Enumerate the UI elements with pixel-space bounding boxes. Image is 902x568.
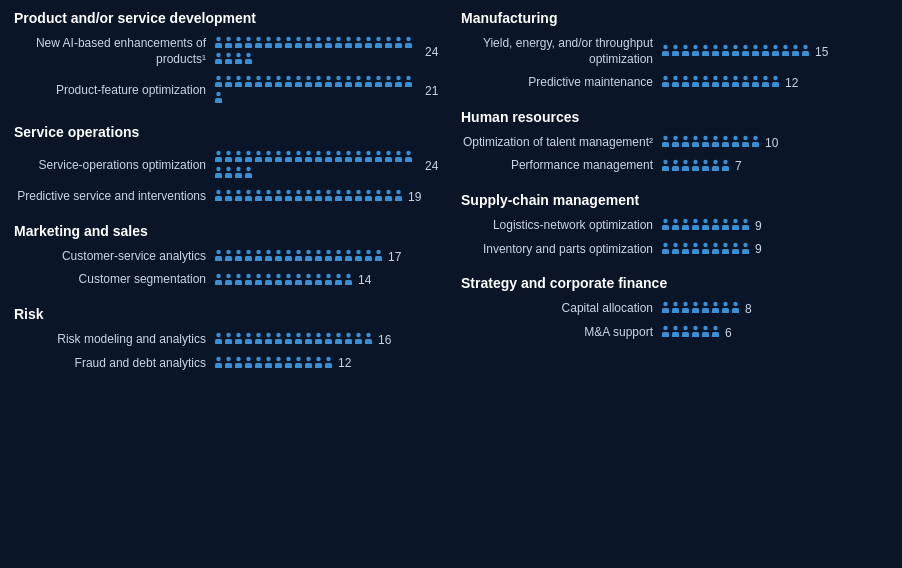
- svg-point-366: [753, 136, 757, 140]
- svg-rect-73: [335, 82, 342, 87]
- svg-rect-233: [325, 280, 332, 285]
- svg-rect-221: [265, 280, 272, 285]
- svg-rect-175: [395, 196, 402, 201]
- svg-point-310: [743, 45, 747, 49]
- svg-rect-209: [375, 256, 382, 261]
- person-icon: [314, 189, 323, 204]
- person-icon: [254, 249, 263, 264]
- bar-value: 14: [358, 273, 374, 287]
- svg-rect-199: [325, 256, 332, 261]
- svg-rect-403: [672, 249, 679, 254]
- section-service-operations: Service operationsService-operations opt…: [14, 124, 441, 205]
- svg-point-230: [316, 273, 320, 277]
- svg-point-378: [713, 159, 717, 163]
- svg-point-2: [226, 37, 230, 41]
- svg-point-330: [693, 76, 697, 80]
- person-icon: [731, 75, 740, 90]
- svg-rect-49: [215, 82, 222, 87]
- svg-point-24: [336, 37, 340, 41]
- person-icon: [701, 242, 710, 257]
- person-icon: [334, 332, 343, 347]
- person-icon: [264, 332, 273, 347]
- svg-point-6: [246, 37, 250, 41]
- svg-point-166: [356, 190, 360, 194]
- svg-point-26: [346, 37, 350, 41]
- svg-point-410: [713, 243, 717, 247]
- svg-point-22: [326, 37, 330, 41]
- svg-rect-389: [692, 225, 699, 230]
- person-icon: [284, 150, 293, 165]
- svg-point-156: [306, 190, 310, 194]
- svg-rect-359: [712, 142, 719, 147]
- svg-rect-297: [672, 51, 679, 56]
- main-grid: Product and/or service developmentNew AI…: [14, 10, 888, 389]
- icons-container: [661, 301, 740, 316]
- svg-rect-55: [245, 82, 252, 87]
- svg-rect-133: [225, 173, 232, 178]
- svg-rect-295: [662, 51, 669, 56]
- svg-point-84: [396, 76, 400, 80]
- person-icon: [294, 356, 303, 371]
- bar-value: 6: [725, 326, 741, 340]
- svg-rect-421: [672, 308, 679, 313]
- svg-point-102: [276, 151, 280, 155]
- svg-rect-97: [245, 157, 252, 162]
- person-icon: [691, 242, 700, 257]
- svg-rect-323: [802, 51, 809, 56]
- svg-point-152: [286, 190, 290, 194]
- svg-rect-127: [395, 157, 402, 162]
- svg-rect-11: [265, 43, 272, 48]
- svg-point-246: [256, 333, 260, 337]
- person-icon: [701, 75, 710, 90]
- svg-rect-333: [702, 82, 709, 87]
- person-icon: [304, 189, 313, 204]
- person-icon: [751, 75, 760, 90]
- svg-point-62: [286, 76, 290, 80]
- svg-rect-367: [752, 142, 759, 147]
- svg-rect-361: [722, 142, 729, 147]
- person-icon: [244, 249, 253, 264]
- svg-rect-75: [345, 82, 352, 87]
- svg-point-64: [296, 76, 300, 80]
- svg-rect-343: [752, 82, 759, 87]
- row-label: Yield, energy, and/or throughput optimiz…: [461, 36, 661, 67]
- svg-rect-211: [215, 280, 222, 285]
- svg-rect-317: [772, 51, 779, 56]
- svg-rect-231: [315, 280, 322, 285]
- svg-point-224: [286, 273, 290, 277]
- svg-point-250: [276, 333, 280, 337]
- svg-point-232: [326, 273, 330, 277]
- svg-point-204: [356, 250, 360, 254]
- person-icon: [244, 332, 253, 347]
- svg-point-94: [236, 151, 240, 155]
- svg-point-394: [723, 219, 727, 223]
- row-label: Predictive maintenance: [461, 75, 661, 91]
- svg-rect-99: [255, 157, 262, 162]
- svg-point-30: [366, 37, 370, 41]
- bar-value: 9: [755, 219, 771, 233]
- svg-point-210: [216, 273, 220, 277]
- svg-rect-431: [722, 308, 729, 313]
- person-icon: [731, 218, 740, 233]
- data-row: Capital allocation 8: [461, 301, 888, 317]
- svg-point-256: [306, 333, 310, 337]
- person-icon: [214, 273, 223, 288]
- svg-rect-283: [275, 363, 282, 368]
- svg-rect-161: [325, 196, 332, 201]
- svg-point-114: [336, 151, 340, 155]
- svg-point-418: [663, 302, 667, 306]
- svg-rect-59: [265, 82, 272, 87]
- svg-rect-325: [662, 82, 669, 87]
- svg-point-360: [723, 136, 727, 140]
- svg-point-248: [266, 333, 270, 337]
- person-icon: [254, 75, 263, 90]
- svg-rect-219: [255, 280, 262, 285]
- bar-value: 10: [765, 136, 781, 150]
- svg-rect-103: [275, 157, 282, 162]
- svg-point-98: [256, 151, 260, 155]
- svg-rect-383: [662, 225, 669, 230]
- svg-rect-347: [772, 82, 779, 87]
- svg-point-278: [256, 357, 260, 361]
- left-column: Product and/or service developmentNew AI…: [14, 10, 441, 389]
- person-icon: [294, 150, 303, 165]
